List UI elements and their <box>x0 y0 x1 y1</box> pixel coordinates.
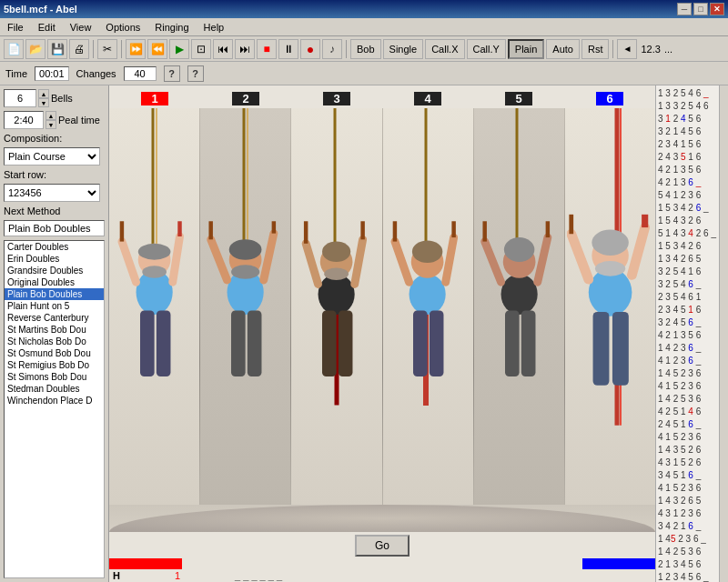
auto-button[interactable]: Auto <box>546 39 580 59</box>
person-5 <box>479 148 560 497</box>
svg-rect-65 <box>592 312 609 386</box>
center-panel: 1 2 3 4 5 6 <box>109 85 655 582</box>
bells-row: ▲ ▼ Bells <box>4 89 105 107</box>
method-item-stosmund[interactable]: St Osmund Bob Dou <box>5 347 104 359</box>
h-dashes: _ _ _ _ _ _ <box>235 570 282 581</box>
change-row: 4 2 1 3 5 6 <box>658 164 717 176</box>
bells-up[interactable]: ▲ <box>38 89 49 98</box>
method-item-grandsire[interactable]: Grandsire Doubles <box>5 265 104 276</box>
svg-line-42 <box>446 237 454 282</box>
method-item-original[interactable]: Original Doubles <box>5 276 104 288</box>
method-item-erin[interactable]: Erin Doubles <box>5 253 104 265</box>
minimize-button[interactable]: ─ <box>677 3 692 15</box>
svg-point-28 <box>322 242 350 262</box>
plain-button[interactable]: Plain <box>508 39 544 59</box>
music-button[interactable]: ♪ <box>322 39 342 59</box>
svg-point-48 <box>500 275 537 316</box>
change-row: 1 5 3 4 2 6 _ <box>658 202 717 215</box>
change-row: 1 45 2 3 6 _ <box>658 533 717 546</box>
maximize-button[interactable]: □ <box>693 3 708 15</box>
menu-help[interactable]: Help <box>197 20 232 35</box>
changes-label: Changes <box>76 68 116 79</box>
method-item-stsimons[interactable]: St Simons Bob Dou <box>5 371 104 383</box>
svg-point-40 <box>412 241 442 264</box>
peal-time-up[interactable]: ▲ <box>46 111 56 120</box>
print-button[interactable]: 🖨 <box>69 39 89 59</box>
change-row: 3 2 4 5 6 _ <box>658 316 717 329</box>
scrollbar[interactable] <box>719 85 728 582</box>
method-item-carter[interactable]: Carter Doubles <box>5 241 104 253</box>
window-title: 5bell.mcf - Abel <box>4 4 77 15</box>
figure-col-5 <box>474 108 565 505</box>
svg-point-17 <box>231 266 259 280</box>
change-row: 3 2 5 4 6 _ <box>658 278 717 291</box>
pause-button[interactable]: ⏸ <box>278 39 298 59</box>
cally-button[interactable]: Call.Y <box>467 39 506 59</box>
menu-file[interactable]: File <box>0 20 31 35</box>
toolbar-separator-3 <box>346 40 347 58</box>
window-controls: ─ □ ✕ <box>677 3 724 15</box>
menu-view[interactable]: View <box>63 20 99 35</box>
svg-line-41 <box>395 242 410 283</box>
person-6 <box>567 148 653 497</box>
changes-list: 1 3 2 5 4 6 _ 1 3 3 2 5 4 6 3 1 2 4 5 6 … <box>658 87 726 582</box>
main-content: ▲ ▼ Bells ▲ ▼ Peal time Composition: Pla… <box>0 85 728 582</box>
fast-forward-button[interactable]: ⏩ <box>126 39 146 59</box>
play-button[interactable]: ▶ <box>169 39 189 59</box>
go-button[interactable]: Go <box>355 535 410 557</box>
method-item-winchendon[interactable]: Winchendon Place D <box>5 395 104 406</box>
method-item-stedman[interactable]: Stedman Doubles <box>5 383 104 395</box>
time-label: Time <box>5 68 27 79</box>
stop-button[interactable]: ■ <box>257 39 277 59</box>
peal-time-down[interactable]: ▼ <box>46 120 56 129</box>
rst-button[interactable]: Rst <box>581 39 610 59</box>
single-button[interactable]: Single <box>383 39 424 59</box>
method-item-stnicholas[interactable]: St Nicholas Bob Do <box>5 336 104 347</box>
open-button[interactable]: 📂 <box>25 39 46 59</box>
record-button[interactable]: ● <box>300 39 320 59</box>
menu-ringing[interactable]: Ringing <box>147 20 196 35</box>
method-item-reverse[interactable]: Reverse Canterbury <box>5 312 104 324</box>
person-2 <box>205 148 286 497</box>
skip-back-button[interactable]: ⏮ <box>213 39 233 59</box>
cut-button[interactable]: ✂ <box>97 39 117 59</box>
change-row: 2 3 5 4 6 1 <box>658 291 717 304</box>
svg-line-52 <box>537 237 547 282</box>
method-item-stmartins[interactable]: St Martins Bob Dou <box>5 324 104 336</box>
change-row: 1 4 3 5 2 6 <box>658 444 717 457</box>
help-button-1[interactable]: ? <box>164 65 180 82</box>
composition-dropdown[interactable]: Plain Course Touch Quarter Peal <box>4 147 100 166</box>
svg-rect-43 <box>413 311 428 377</box>
skip-fwd-button[interactable]: ⏭ <box>235 39 255 59</box>
new-button[interactable]: 📄 <box>4 39 24 59</box>
method-item-stremigius[interactable]: St Remigius Bob Do <box>5 359 104 371</box>
save-button[interactable]: 💾 <box>47 39 67 59</box>
svg-point-29 <box>325 268 349 280</box>
bob-button[interactable]: Bob <box>350 39 381 59</box>
method-item-plainhunt[interactable]: Plain Hunt on 5 <box>5 300 104 312</box>
change-row: 2 4 3 5 1 6 <box>658 151 717 164</box>
change-row: 1 4 5 2 3 6 <box>658 367 717 380</box>
peal-time-input[interactable] <box>4 111 44 129</box>
callx-button[interactable]: Call.X <box>425 39 464 59</box>
change-row: 1 4 2 5 3 6 <box>658 546 717 558</box>
stop-frame-button[interactable]: ⊡ <box>191 39 211 59</box>
bell-number-1: 1 <box>141 92 168 105</box>
close-button[interactable]: ✕ <box>710 3 724 15</box>
change-row: 4 2 1 3 5 6 <box>658 329 717 342</box>
prev-change-button[interactable]: ◄ <box>617 39 637 59</box>
help-button-2[interactable]: ? <box>187 65 204 82</box>
bells-down[interactable]: ▼ <box>38 98 49 107</box>
change-row: 1 5 3 4 2 6 <box>658 240 717 253</box>
svg-point-5 <box>142 266 167 278</box>
method-item-plainbob[interactable]: Plain Bob Doubles <box>5 288 104 300</box>
h-label: H <box>113 570 120 581</box>
start-row-dropdown[interactable]: 123456 214365 <box>4 184 100 202</box>
rewind-button[interactable]: ⏪ <box>147 39 167 59</box>
counter-dots: ... <box>664 44 672 55</box>
svg-rect-54 <box>521 311 535 377</box>
menu-edit[interactable]: Edit <box>31 20 63 35</box>
bells-input[interactable] <box>4 89 36 107</box>
svg-point-4 <box>138 244 171 260</box>
menu-options[interactable]: Options <box>98 20 147 35</box>
